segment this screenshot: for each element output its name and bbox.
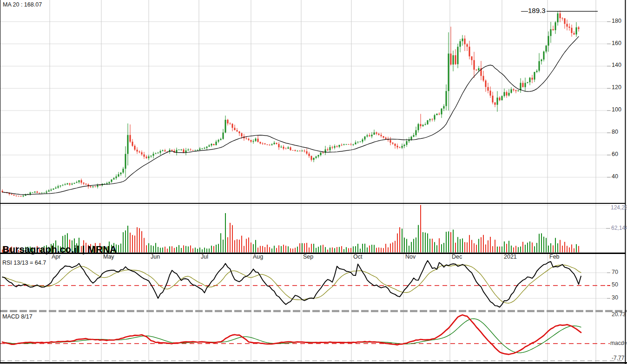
- axis-tick-marks: [606, 22, 611, 299]
- grid-layer: [0, 0, 610, 362]
- chart-canvas: [0, 0, 627, 364]
- rsi-panel: [0, 260, 610, 307]
- stock-chart-root: MA 20 : 168.07 —189.3 Bursagraph.co.il |…: [0, 0, 627, 364]
- month-label-Dec: Dec: [452, 254, 462, 260]
- price-tick-120: 120: [612, 84, 621, 91]
- month-label-Sep: Sep: [303, 254, 313, 260]
- price-panel: [2, 11, 598, 197]
- volume-tick-124,289: 124,289: [611, 205, 627, 211]
- month-label-Apr: Apr: [52, 254, 60, 260]
- rsi-tick-50: 50: [612, 282, 618, 288]
- month-label-Jul: Jul: [201, 254, 208, 260]
- macd-max-value: 20.73: [612, 312, 626, 318]
- month-label-2021: 2021: [504, 254, 517, 260]
- price-tick-60: 60: [612, 151, 618, 158]
- macd-zero-label: macd=0: [610, 340, 627, 346]
- rsi-tick-70: 70: [612, 269, 618, 276]
- panel-borders: [0, 0, 627, 364]
- ma-indicator-label: MA 20 : 168.07: [3, 2, 42, 8]
- watermark: Bursagraph.co.il | MRNA: [2, 244, 117, 254]
- macd-label: MACD 8/17: [2, 314, 33, 320]
- price-tick-140: 140: [612, 62, 621, 69]
- price-tick-160: 160: [612, 40, 621, 47]
- month-label-Oct: Oct: [353, 254, 362, 260]
- month-label-Jun: Jun: [151, 254, 160, 260]
- price-tick-80: 80: [612, 129, 618, 136]
- macd-min-value: -7.77: [612, 355, 624, 361]
- price-tick-100: 100: [612, 107, 621, 113]
- rsi-tick-30: 30: [612, 295, 618, 301]
- month-label-Nov: Nov: [405, 254, 416, 260]
- month-label-Feb: Feb: [549, 254, 560, 260]
- price-tick-40: 40: [612, 174, 618, 180]
- rsi-label: RSI 13/13 = 64.7: [2, 260, 46, 266]
- month-label-Aug: Aug: [253, 254, 263, 260]
- price-tick-180: 180: [612, 18, 621, 25]
- price-annotation-label: —189.3: [521, 7, 546, 15]
- volume-tick-62,144: 62,144: [611, 225, 627, 231]
- macd-panel: [0, 315, 626, 361]
- month-label-May: May: [103, 254, 114, 260]
